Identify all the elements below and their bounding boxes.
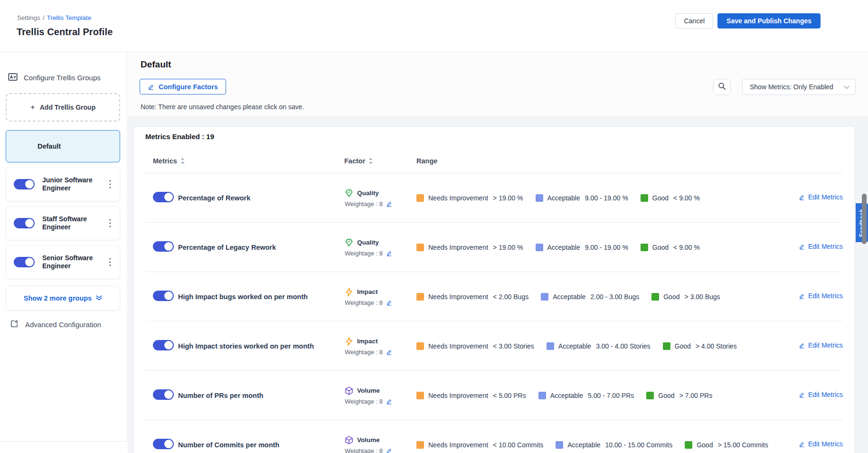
weightage-text: Weightage : 8 <box>345 447 383 453</box>
chevron-down-icon <box>844 83 849 91</box>
group-name: Junior Software Engineer <box>42 176 103 193</box>
edit-metrics-link[interactable]: Edit Metrics <box>799 341 843 349</box>
range-label: Good <box>652 194 669 202</box>
advanced-configuration-button[interactable]: Advanced Configuration <box>6 319 120 330</box>
show-metrics-filter-dropdown[interactable]: Show Metrics: Only Enabled <box>742 79 856 95</box>
add-trellis-group-button[interactable]: + Add Trellis Group <box>6 93 120 122</box>
factor-name: Volume <box>357 436 380 444</box>
sort-icon <box>368 158 373 164</box>
breadcrumb-trellis-template[interactable]: Trellis Template <box>47 14 92 21</box>
edit-weightage-pencil-icon[interactable] <box>386 250 392 256</box>
metric-toggle[interactable] <box>153 192 174 202</box>
range-value: 9.00 - 19.00 % <box>585 194 628 202</box>
kebab-menu-icon[interactable] <box>105 179 115 189</box>
range-value: > 7.00 PRs <box>679 392 713 399</box>
volume-icon <box>344 435 354 445</box>
pencil-icon <box>799 392 805 398</box>
edit-metrics-label: Edit Metrics <box>808 292 843 300</box>
table-header-row: Metrics Factor Range <box>145 155 843 167</box>
edit-weightage-pencil-icon[interactable] <box>386 300 392 306</box>
trellis-group-card[interactable]: Staff Software Engineer <box>6 206 120 240</box>
range-needs_improvement: Needs Improvement> 19.00 % <box>416 244 523 251</box>
factor-column-label: Factor <box>344 157 365 165</box>
show-metrics-filter-value: Show Metrics: Only Enabled <box>750 83 844 91</box>
kebab-menu-icon[interactable] <box>105 218 115 228</box>
factor-cell: Quality Weightage : 8 <box>344 189 416 208</box>
metric-toggle[interactable] <box>153 340 174 350</box>
range-value: > 4.00 Stories <box>696 342 737 350</box>
range-swatch <box>538 392 546 399</box>
range-cell: Needs Improvement< 2.00 BugsAcceptable2.… <box>416 293 781 301</box>
range-cell: Needs Improvement> 19.00 %Acceptable9.00… <box>416 194 781 202</box>
metrics-enabled-count: Metrics Enabled : 19 <box>145 127 843 141</box>
range-value: < 10.00 Commits <box>493 441 543 449</box>
range-needs_improvement: Needs Improvement< 2.00 Bugs <box>416 293 528 301</box>
edit-metrics-link[interactable]: Edit Metrics <box>799 243 843 250</box>
breadcrumb-settings[interactable]: Settings <box>17 14 40 21</box>
edit-metrics-link[interactable]: Edit Metrics <box>799 440 843 448</box>
edit-weightage-pencil-icon[interactable] <box>386 448 392 453</box>
factor-cell: Volume Weightage : 8 <box>344 435 416 453</box>
search-button[interactable] <box>713 79 731 95</box>
save-and-publish-button[interactable]: Save and Publish Changes <box>717 13 821 28</box>
edit-weightage-pencil-icon[interactable] <box>386 398 392 405</box>
edit-metrics-link[interactable]: Edit Metrics <box>799 391 843 398</box>
column-header-factor[interactable]: Factor <box>344 157 416 165</box>
range-value: < 9.00 % <box>673 194 700 202</box>
column-header-metrics[interactable]: Metrics <box>153 157 344 165</box>
range-label: Acceptable <box>567 441 600 449</box>
edit-metrics-label: Edit Metrics <box>808 243 843 250</box>
edit-weightage-pencil-icon[interactable] <box>386 201 392 207</box>
search-icon <box>718 82 726 92</box>
range-swatch <box>536 194 543 202</box>
range-acceptable: Acceptable9.00 - 19.00 % <box>536 194 628 202</box>
range-value: < 5.00 PRs <box>493 392 526 399</box>
group-toggle[interactable] <box>14 218 35 228</box>
pencil-icon <box>148 84 154 90</box>
range-value: > 15.00 Commits <box>717 441 768 449</box>
group-card-default[interactable]: Default <box>6 130 120 162</box>
column-header-range: Range <box>416 157 843 165</box>
range-value: > 3.00 Bugs <box>684 293 720 301</box>
pencil-icon <box>799 194 805 200</box>
range-value: 3.00 - 4.00 Stories <box>596 342 650 350</box>
weightage-text: Weightage : 8 <box>345 250 383 257</box>
range-label: Good <box>658 392 674 399</box>
show-more-groups-button[interactable]: Show 2 more groups <box>6 286 120 311</box>
weightage-text: Weightage : 8 <box>345 398 383 405</box>
sort-icon <box>180 158 185 164</box>
metric-toggle[interactable] <box>153 439 174 449</box>
group-toggle[interactable] <box>14 179 35 189</box>
range-label: Acceptable <box>547 244 580 251</box>
breadcrumb-separator: / <box>43 14 45 21</box>
range-label: Good <box>697 441 713 449</box>
trellis-group-card[interactable]: Senior Software Engineer <box>6 245 120 279</box>
metric-row: Number of PRs per month Volume Weightage… <box>145 370 843 420</box>
configure-factors-button[interactable]: Configure Factors <box>140 79 226 94</box>
edit-metrics-link[interactable]: Edit Metrics <box>799 292 843 300</box>
edit-weightage-pencil-icon[interactable] <box>386 349 392 355</box>
metric-row: Percentage of Legacy Rework Quality Weig… <box>145 222 843 272</box>
kebab-menu-icon[interactable] <box>105 257 115 267</box>
metric-toggle[interactable] <box>153 389 174 400</box>
metric-toggle[interactable] <box>153 291 174 301</box>
configure-trellis-groups-label: Configure Trellis Groups <box>24 74 101 82</box>
range-swatch <box>547 342 554 350</box>
main-content: Default Configure Factors Note: There ar… <box>128 53 868 453</box>
group-toggle[interactable] <box>14 257 35 267</box>
range-label: Needs Improvement <box>428 244 488 251</box>
range-acceptable: Acceptable5.00 - 7.00 PRs <box>538 392 634 399</box>
trellis-group-card[interactable]: Junior Software Engineer <box>6 167 120 201</box>
range-cell: Needs Improvement> 19.00 %Acceptable9.00… <box>416 244 781 251</box>
breadcrumb: Settings/Trellis Template <box>17 14 91 21</box>
group-toolbar: Default Configure Factors Note: There ar… <box>128 53 868 116</box>
metric-toggle[interactable] <box>153 241 174 252</box>
range-cell: Needs Improvement< 10.00 CommitsAcceptab… <box>416 441 781 449</box>
factor-cell: Volume Weightage : 8 <box>344 386 416 405</box>
double-chevron-down-icon <box>96 294 102 302</box>
cancel-button[interactable]: Cancel <box>675 13 713 28</box>
range-good: Good< 9.00 % <box>641 194 700 202</box>
show-more-groups-label: Show 2 more groups <box>24 294 92 302</box>
edit-metrics-link[interactable]: Edit Metrics <box>799 193 843 201</box>
scrollbar-thumb[interactable] <box>862 194 867 244</box>
